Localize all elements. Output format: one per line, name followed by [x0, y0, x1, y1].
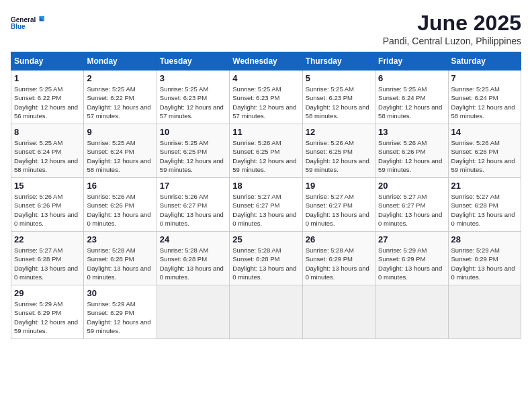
logo-svg: General Blue: [11, 11, 44, 35]
day-info: Sunrise: 5:26 AM Sunset: 6:25 PM Dayligh…: [306, 138, 372, 174]
day-info: Sunrise: 5:29 AM Sunset: 6:29 PM Dayligh…: [14, 300, 81, 335]
day-number: 15: [14, 181, 81, 191]
day-info: Sunrise: 5:25 AM Sunset: 6:23 PM Dayligh…: [160, 85, 226, 120]
day-number: 7: [451, 73, 518, 83]
table-row: 30 Sunrise: 5:29 AM Sunset: 6:29 PM Dayl…: [84, 285, 157, 339]
table-row: 8 Sunrise: 5:25 AM Sunset: 6:24 PM Dayli…: [11, 124, 84, 178]
day-info: Sunrise: 5:25 AM Sunset: 6:24 PM Dayligh…: [378, 85, 445, 120]
calendar-week-row: 29 Sunrise: 5:29 AM Sunset: 6:29 PM Dayl…: [11, 285, 521, 339]
table-row: 14 Sunrise: 5:26 AM Sunset: 6:26 PM Dayl…: [448, 124, 521, 178]
header-tuesday: Tuesday: [157, 52, 229, 71]
header: General Blue June 2025 Pandi, Central Lu…: [11, 11, 521, 46]
day-info: Sunrise: 5:25 AM Sunset: 6:24 PM Dayligh…: [87, 138, 153, 174]
day-info: Sunrise: 5:25 AM Sunset: 6:25 PM Dayligh…: [160, 138, 226, 174]
month-title: June 2025: [383, 11, 521, 36]
table-row: 7 Sunrise: 5:25 AM Sunset: 6:24 PM Dayli…: [448, 71, 521, 124]
day-info: Sunrise: 5:27 AM Sunset: 6:28 PM Dayligh…: [451, 192, 518, 228]
day-info: Sunrise: 5:25 AM Sunset: 6:22 PM Dayligh…: [87, 85, 153, 120]
svg-text:Blue: Blue: [11, 23, 26, 30]
header-monday: Monday: [84, 52, 157, 71]
title-area: June 2025 Pandi, Central Luzon, Philippi…: [383, 11, 521, 46]
table-row: 28 Sunrise: 5:29 AM Sunset: 6:29 PM Dayl…: [448, 232, 521, 285]
day-info: Sunrise: 5:25 AM Sunset: 6:23 PM Dayligh…: [232, 85, 299, 120]
empty-cell: [230, 285, 302, 339]
day-number: 11: [232, 127, 299, 137]
calendar-container: General Blue June 2025 Pandi, Central Lu…: [11, 11, 521, 339]
day-info: Sunrise: 5:26 AM Sunset: 6:26 PM Dayligh…: [87, 192, 153, 228]
day-number: 10: [160, 127, 226, 137]
day-info: Sunrise: 5:27 AM Sunset: 6:27 PM Dayligh…: [306, 192, 372, 228]
table-row: 29 Sunrise: 5:29 AM Sunset: 6:29 PM Dayl…: [11, 285, 84, 339]
header-saturday: Saturday: [448, 52, 521, 71]
empty-cell: [157, 285, 229, 339]
empty-cell: [448, 285, 521, 339]
day-info: Sunrise: 5:29 AM Sunset: 6:29 PM Dayligh…: [451, 246, 518, 281]
day-info: Sunrise: 5:26 AM Sunset: 6:25 PM Dayligh…: [232, 138, 299, 174]
table-row: 12 Sunrise: 5:26 AM Sunset: 6:25 PM Dayl…: [302, 124, 375, 178]
day-info: Sunrise: 5:28 AM Sunset: 6:28 PM Dayligh…: [232, 246, 299, 281]
day-info: Sunrise: 5:27 AM Sunset: 6:27 PM Dayligh…: [232, 192, 299, 228]
table-row: 22 Sunrise: 5:27 AM Sunset: 6:28 PM Dayl…: [11, 232, 84, 285]
table-row: 18 Sunrise: 5:27 AM Sunset: 6:27 PM Dayl…: [230, 178, 302, 232]
table-row: 9 Sunrise: 5:25 AM Sunset: 6:24 PM Dayli…: [84, 124, 157, 178]
table-row: 24 Sunrise: 5:28 AM Sunset: 6:28 PM Dayl…: [157, 232, 229, 285]
day-number: 25: [232, 234, 299, 244]
location-title: Pandi, Central Luzon, Philippines: [383, 36, 521, 46]
day-number: 14: [451, 127, 518, 137]
day-number: 21: [451, 181, 518, 191]
weekday-header-row: Sunday Monday Tuesday Wednesday Thursday…: [11, 52, 521, 71]
calendar-week-row: 22 Sunrise: 5:27 AM Sunset: 6:28 PM Dayl…: [11, 232, 521, 285]
table-row: 25 Sunrise: 5:28 AM Sunset: 6:28 PM Dayl…: [230, 232, 302, 285]
day-info: Sunrise: 5:25 AM Sunset: 6:23 PM Dayligh…: [306, 85, 372, 120]
svg-text:General: General: [11, 16, 36, 24]
table-row: 21 Sunrise: 5:27 AM Sunset: 6:28 PM Dayl…: [448, 178, 521, 232]
day-number: 18: [232, 181, 299, 191]
table-row: 27 Sunrise: 5:29 AM Sunset: 6:29 PM Dayl…: [375, 232, 448, 285]
day-number: 20: [378, 181, 445, 191]
day-number: 19: [306, 181, 372, 191]
day-number: 26: [306, 234, 372, 244]
day-number: 23: [87, 234, 153, 244]
table-row: 6 Sunrise: 5:25 AM Sunset: 6:24 PM Dayli…: [375, 71, 448, 124]
day-info: Sunrise: 5:28 AM Sunset: 6:29 PM Dayligh…: [306, 246, 372, 281]
table-row: 23 Sunrise: 5:28 AM Sunset: 6:28 PM Dayl…: [84, 232, 157, 285]
table-row: 1 Sunrise: 5:25 AM Sunset: 6:22 PM Dayli…: [11, 71, 84, 124]
day-number: 30: [87, 288, 153, 298]
table-row: 4 Sunrise: 5:25 AM Sunset: 6:23 PM Dayli…: [230, 71, 302, 124]
header-thursday: Thursday: [302, 52, 375, 71]
header-sunday: Sunday: [11, 52, 84, 71]
table-row: 16 Sunrise: 5:26 AM Sunset: 6:26 PM Dayl…: [84, 178, 157, 232]
empty-cell: [302, 285, 375, 339]
day-info: Sunrise: 5:25 AM Sunset: 6:24 PM Dayligh…: [451, 85, 518, 120]
calendar-table: Sunday Monday Tuesday Wednesday Thursday…: [11, 52, 521, 339]
day-info: Sunrise: 5:27 AM Sunset: 6:27 PM Dayligh…: [378, 192, 445, 228]
day-number: 3: [160, 73, 226, 83]
day-info: Sunrise: 5:26 AM Sunset: 6:27 PM Dayligh…: [160, 192, 226, 228]
table-row: 26 Sunrise: 5:28 AM Sunset: 6:29 PM Dayl…: [302, 232, 375, 285]
day-number: 12: [306, 127, 372, 137]
day-info: Sunrise: 5:28 AM Sunset: 6:28 PM Dayligh…: [87, 246, 153, 281]
day-info: Sunrise: 5:26 AM Sunset: 6:26 PM Dayligh…: [451, 138, 518, 174]
calendar-week-row: 15 Sunrise: 5:26 AM Sunset: 6:26 PM Dayl…: [11, 178, 521, 232]
day-number: 16: [87, 181, 153, 191]
day-number: 17: [160, 181, 226, 191]
table-row: 17 Sunrise: 5:26 AM Sunset: 6:27 PM Dayl…: [157, 178, 229, 232]
table-row: 10 Sunrise: 5:25 AM Sunset: 6:25 PM Dayl…: [157, 124, 229, 178]
table-row: 11 Sunrise: 5:26 AM Sunset: 6:25 PM Dayl…: [230, 124, 302, 178]
table-row: 2 Sunrise: 5:25 AM Sunset: 6:22 PM Dayli…: [84, 71, 157, 124]
day-number: 29: [14, 288, 81, 298]
header-wednesday: Wednesday: [230, 52, 302, 71]
day-number: 6: [378, 73, 445, 83]
day-info: Sunrise: 5:29 AM Sunset: 6:29 PM Dayligh…: [87, 300, 153, 335]
calendar-week-row: 1 Sunrise: 5:25 AM Sunset: 6:22 PM Dayli…: [11, 71, 521, 124]
header-friday: Friday: [375, 52, 448, 71]
day-number: 1: [14, 73, 81, 83]
day-number: 4: [232, 73, 299, 83]
day-number: 13: [378, 127, 445, 137]
table-row: 20 Sunrise: 5:27 AM Sunset: 6:27 PM Dayl…: [375, 178, 448, 232]
day-number: 28: [451, 234, 518, 244]
day-number: 2: [87, 73, 153, 83]
table-row: 15 Sunrise: 5:26 AM Sunset: 6:26 PM Dayl…: [11, 178, 84, 232]
day-number: 24: [160, 234, 226, 244]
logo: General Blue: [11, 11, 44, 35]
